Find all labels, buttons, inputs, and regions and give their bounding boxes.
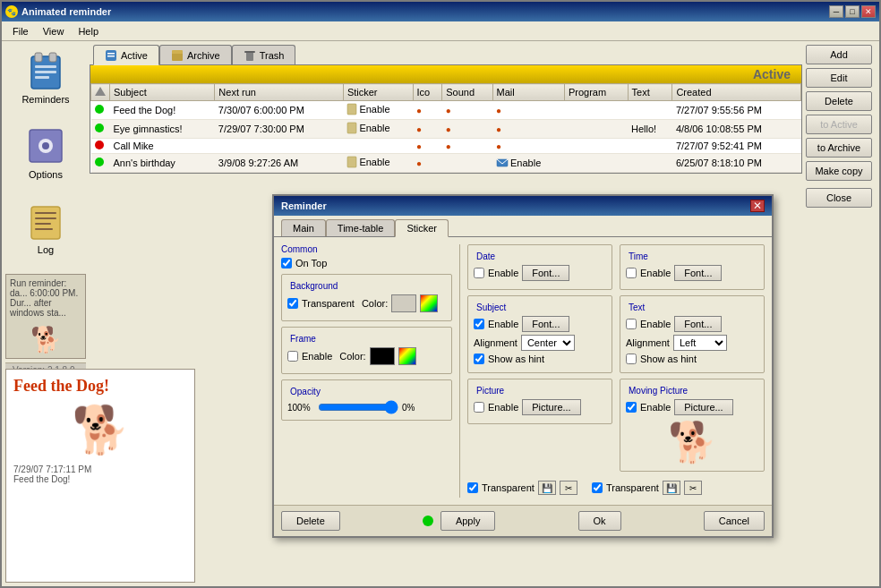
dialog-right-panel: Date Enable Font... Time xyxy=(460,244,765,498)
date-enable-label: Enable xyxy=(488,268,518,278)
dialog-body: Common On Top Background Transparent Col… xyxy=(274,237,772,505)
picture-enable-label: Enable xyxy=(488,402,518,413)
scissors-icon-1[interactable]: ✂ xyxy=(560,481,577,495)
dialog-close-button[interactable]: ✕ xyxy=(750,200,765,212)
time-enable-checkbox[interactable] xyxy=(626,268,637,278)
picture-section: Picture Enable Picture... xyxy=(467,379,612,477)
frame-enable-row: Enable Color: xyxy=(287,347,446,365)
text-font-btn[interactable]: Font... xyxy=(674,316,722,332)
frame-palette-btn[interactable] xyxy=(398,347,416,365)
subject-enable-label: Enable xyxy=(488,319,518,329)
time-enable-row: Enable Font... xyxy=(626,265,758,281)
dialog-cancel-btn[interactable]: Cancel xyxy=(704,511,765,531)
text-hint-checkbox[interactable] xyxy=(626,354,637,364)
dialog-apply-btn[interactable]: Apply xyxy=(440,511,496,531)
time-label: Time xyxy=(626,251,651,261)
moving-pic-enable-row: Enable Picture... xyxy=(626,399,758,415)
subject-font-btn[interactable]: Font... xyxy=(522,316,569,332)
dialog-bottom-bar: Delete Apply Ok Cancel xyxy=(274,505,772,536)
moving-picture-section: Moving Picture Enable Picture... 🐕 xyxy=(620,379,765,477)
dialog-title-bar: Reminder ✕ xyxy=(274,196,772,216)
subject-label: Subject xyxy=(474,303,509,312)
save-icon-1[interactable]: 💾 xyxy=(538,481,556,495)
common-section: Common On Top xyxy=(281,244,452,268)
date-section: Date Enable Font... xyxy=(467,244,612,295)
on-top-checkbox[interactable] xyxy=(281,258,292,268)
time-section: Time Enable Font... xyxy=(620,244,765,295)
bottom-trans2-checkbox[interactable] xyxy=(592,482,603,493)
text-align-label: Alignment xyxy=(626,337,670,348)
frame-color-text: Color: xyxy=(339,351,365,362)
text-enable-checkbox[interactable] xyxy=(626,319,637,329)
time-group: Time Enable Font... xyxy=(620,244,765,290)
text-label: Text xyxy=(626,303,647,312)
text-align-select[interactable]: Left Center Right xyxy=(673,335,727,351)
main-window: 🐾 Animated reminder ─ □ ✕ File View Help xyxy=(0,0,881,588)
dialog-left-panel: Common On Top Background Transparent Col… xyxy=(281,244,460,498)
subject-enable-checkbox[interactable] xyxy=(474,319,484,329)
bottom-trans1-row: Transparent 💾 ✂ xyxy=(467,481,577,495)
background-label: Background xyxy=(287,281,340,291)
frame-section: Frame Enable Color: xyxy=(281,327,452,374)
date-enable-row: Enable Font... xyxy=(474,265,606,281)
subject-hint-checkbox[interactable] xyxy=(474,354,484,364)
date-label: Date xyxy=(474,251,498,261)
opacity-slider[interactable] xyxy=(318,400,398,414)
moving-picture-btn[interactable]: Picture... xyxy=(674,399,732,415)
subject-align-label: Alignment xyxy=(474,337,517,348)
transparent-row: Transparent Color: xyxy=(287,294,446,312)
on-top-label: On Top xyxy=(295,258,327,268)
moving-picture-group: Moving Picture Enable Picture... 🐕 xyxy=(620,379,765,472)
subject-align-row: Alignment Center Left Right xyxy=(474,335,606,351)
picture-enable-row: Enable Picture... xyxy=(474,399,606,415)
date-group: Date Enable Font... xyxy=(467,244,612,290)
text-enable-label: Enable xyxy=(640,319,671,329)
text-section: Text Enable Font... Alignment Left xyxy=(620,295,765,379)
scissors-icon-2[interactable]: ✂ xyxy=(684,481,702,495)
opacity-slider-row: 100% 0% xyxy=(287,400,446,414)
transparent-label: Transparent xyxy=(302,298,355,309)
subject-text-row: Subject Enable Font... Alignment Cent xyxy=(467,295,765,379)
subject-align-select[interactable]: Center Left Right xyxy=(521,335,575,351)
moving-pic-enable-checkbox[interactable] xyxy=(626,402,637,413)
frame-enable-label: Enable xyxy=(302,351,332,362)
frame-enable-checkbox[interactable] xyxy=(287,351,298,362)
dialog-tab-sticker[interactable]: Sticker xyxy=(395,219,449,237)
bg-color-btn[interactable] xyxy=(391,294,416,312)
dialog-ok-btn[interactable]: Ok xyxy=(578,511,621,531)
bottom-trans1-checkbox[interactable] xyxy=(467,482,478,493)
moving-picture-label: Moving Picture xyxy=(626,386,690,396)
bottom-transparent-row: Transparent 💾 ✂ Transparent 💾 ✂ xyxy=(467,481,765,498)
subject-hint-label: Show as hint xyxy=(488,354,544,364)
bg-palette-btn[interactable] xyxy=(420,294,438,312)
date-text-row: Date Enable Font... Time xyxy=(467,244,765,295)
picture-enable-checkbox[interactable] xyxy=(474,402,484,413)
bottom-trans2-label: Transparent xyxy=(606,482,659,493)
transparent-checkbox[interactable] xyxy=(287,298,298,309)
bottom-trans2-row: Transparent 💾 ✂ xyxy=(592,481,702,495)
picture-btn[interactable]: Picture... xyxy=(522,399,580,415)
dialog-tab-timetable[interactable]: Time-table xyxy=(326,219,396,236)
background-section: Background Transparent Color: xyxy=(281,274,452,321)
dialog-delete-btn[interactable]: Delete xyxy=(281,511,340,531)
moving-pic-enable-label: Enable xyxy=(640,402,671,413)
date-font-btn[interactable]: Font... xyxy=(522,265,569,281)
subject-group: Subject Enable Font... Alignment Cent xyxy=(467,295,612,373)
time-font-btn[interactable]: Font... xyxy=(674,265,722,281)
bottom-trans1-label: Transparent xyxy=(482,482,535,493)
text-align-row: Alignment Left Center Right xyxy=(626,335,758,351)
save-icon-2[interactable]: 💾 xyxy=(663,481,680,495)
subject-hint-row: Show as hint xyxy=(474,354,606,364)
reminder-dialog: Reminder ✕ Main Time-table Sticker Commo… xyxy=(272,194,774,538)
dialog-status-indicator xyxy=(423,516,433,526)
text-group: Text Enable Font... Alignment Left xyxy=(620,295,765,373)
dialog-tab-main[interactable]: Main xyxy=(281,219,326,236)
dialog-overlay: Reminder ✕ Main Time-table Sticker Commo… xyxy=(2,2,881,588)
date-enable-checkbox[interactable] xyxy=(474,268,484,278)
opacity-end: 0% xyxy=(402,403,415,413)
dialog-title: Reminder xyxy=(281,200,327,211)
opacity-label: Opacity xyxy=(287,387,323,396)
subject-enable-row: Enable Font... xyxy=(474,316,606,332)
color-text: Color: xyxy=(362,298,388,309)
frame-color-btn[interactable] xyxy=(370,347,395,365)
